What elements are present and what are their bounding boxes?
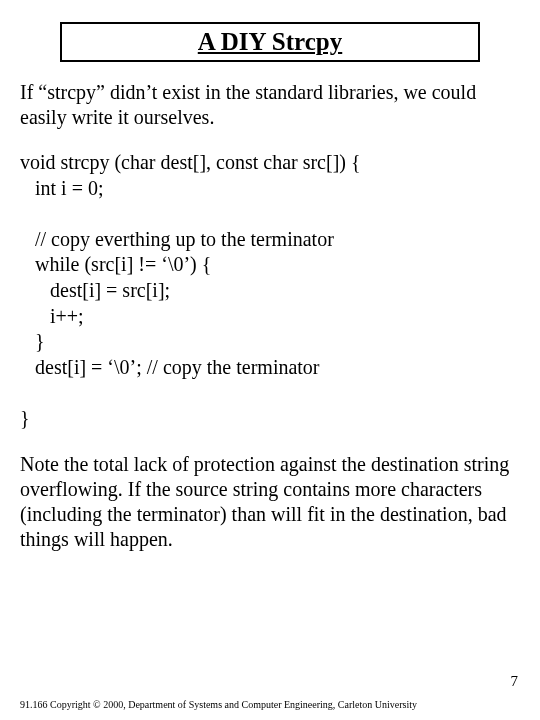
code-line	[20, 201, 520, 227]
code-line: int i = 0;	[20, 176, 520, 202]
code-line: // copy everthing up to the terminator	[20, 227, 520, 253]
page-title: A DIY Strcpy	[198, 28, 342, 55]
code-line	[20, 380, 520, 406]
note-paragraph: Note the total lack of protection agains…	[20, 452, 520, 552]
code-line: dest[i] = src[i];	[20, 278, 520, 304]
code-line: }	[20, 406, 520, 432]
code-line: while (src[i] != ‘\0’) {	[20, 252, 520, 278]
intro-paragraph: If “strcpy” didn’t exist in the standard…	[20, 80, 520, 130]
page-number: 7	[511, 673, 519, 690]
code-line: }	[20, 329, 520, 355]
code-block: void strcpy (char dest[], const char src…	[20, 150, 520, 432]
footer-copyright: 91.166 Copyright © 2000, Department of S…	[20, 699, 417, 710]
title-box: A DIY Strcpy	[60, 22, 480, 62]
code-line: dest[i] = ‘\0’; // copy the terminator	[20, 355, 520, 381]
code-line: void strcpy (char dest[], const char src…	[20, 150, 520, 176]
code-line: i++;	[20, 304, 520, 330]
